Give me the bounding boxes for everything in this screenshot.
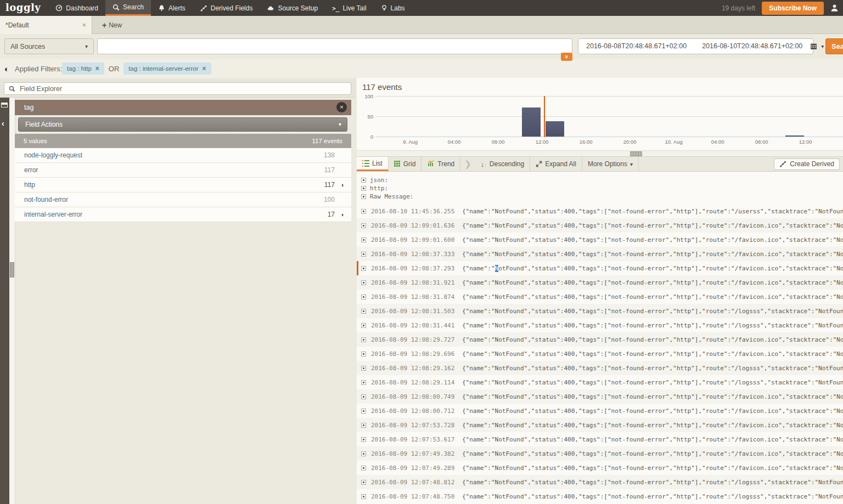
field-value-name[interactable]: internal-server-error	[24, 211, 82, 218]
expand-icon[interactable]	[361, 480, 366, 485]
field-value-name[interactable]: http	[24, 181, 35, 189]
nav-item-derived-fields[interactable]: Derived Fields	[193, 0, 260, 16]
log-event-row[interactable]: 2016-08-09 12:08:00.712{"name":"NotFound…	[357, 404, 843, 418]
expand-icon[interactable]	[361, 394, 366, 399]
expand-icon[interactable]	[361, 309, 366, 314]
expand-icon[interactable]	[361, 178, 366, 183]
sort-order-button[interactable]: ↓↑ Descending	[475, 157, 530, 171]
expand-icon[interactable]	[361, 423, 366, 428]
field-explorer-search[interactable]: Field Explorer	[4, 82, 351, 95]
user-menu[interactable]	[830, 4, 839, 12]
create-derived-button[interactable]: Create Derived	[774, 158, 840, 170]
log-event-row[interactable]: 2016-08-09 12:08:29.696{"name":"NotFound…	[357, 347, 843, 361]
expand-icon[interactable]	[361, 380, 366, 385]
expand-icon[interactable]	[361, 337, 366, 342]
close-icon[interactable]: ×	[203, 65, 206, 72]
log-event-row[interactable]: 2016-08-09 12:08:31.441{"name":"NotFound…	[357, 318, 843, 332]
log-event-row[interactable]: 2016-08-09 12:08:00.749{"name":"NotFound…	[357, 389, 843, 404]
filter-toggle-icon[interactable]: ◐	[4, 64, 9, 73]
date-from-field[interactable]: 2016-08-08T20:48:48.671+02:00	[578, 39, 694, 54]
expand-icon[interactable]	[361, 295, 366, 299]
log-field-header[interactable]: http:	[357, 184, 843, 192]
expand-icon[interactable]	[361, 466, 366, 471]
nav-item-search[interactable]: Search	[105, 0, 151, 16]
tab-default[interactable]: *Default ×	[0, 16, 92, 34]
log-event-row[interactable]: 2016-08-09 12:07:53.728{"name":"NotFound…	[357, 418, 843, 432]
log-event-row[interactable]: 2016-08-09 12:09:01.636{"name":"NotFound…	[357, 218, 843, 233]
log-event-row[interactable]: 2016-08-09 12:09:01.600{"name":"NotFound…	[357, 233, 843, 247]
expand-icon[interactable]	[361, 280, 366, 285]
field-value-name[interactable]: error	[24, 166, 38, 174]
filter-chip[interactable]: tag : internal-server-error ×	[123, 63, 211, 75]
field-value-row[interactable]: internal-server-error17◐	[15, 207, 351, 222]
filter-chip[interactable]: tag : http ×	[62, 63, 104, 75]
log-event-row[interactable]: 2016-08-09 12:08:31.921{"name":"NotFound…	[357, 275, 843, 290]
histogram-bar[interactable]	[522, 107, 541, 137]
field-value-row[interactable]: node-loggly-request138	[15, 148, 351, 163]
log-event-row[interactable]: 2016-08-09 12:08:37.333{"name":"NotFound…	[357, 247, 843, 261]
field-value-name[interactable]: node-loggly-request	[24, 151, 82, 159]
log-event-row[interactable]: 2016-08-09 12:07:48.812{"name":"NotFound…	[357, 475, 843, 489]
expand-icon[interactable]	[361, 194, 366, 199]
log-event-row[interactable]: 2016-08-09 12:07:53.617{"name":"NotFound…	[357, 432, 843, 446]
field-value-name[interactable]: not-found-error	[24, 196, 68, 203]
log-event-row[interactable]: 2016-08-09 12:07:49.382{"name":"NotFound…	[357, 446, 843, 461]
log-field-header[interactable]: json:	[357, 176, 843, 184]
expand-icon[interactable]	[361, 352, 366, 356]
log-event-row[interactable]: 2016-08-09 12:08:29.114{"name":"NotFound…	[357, 375, 843, 389]
source-selector[interactable]: All Sources ▾	[4, 38, 94, 54]
tab-close-icon[interactable]: ×	[82, 21, 86, 29]
expand-icon[interactable]	[361, 366, 366, 371]
log-event-row[interactable]: 2016-08-09 12:08:29.162{"name":"NotFound…	[357, 361, 843, 375]
field-value-row[interactable]: error117	[15, 163, 351, 178]
field-value-row[interactable]: not-found-error100	[15, 192, 351, 207]
expand-icon[interactable]	[361, 451, 366, 456]
close-icon[interactable]: ×	[95, 65, 99, 72]
field-value-row[interactable]: http117◐	[15, 178, 351, 192]
search-button[interactable]: Search	[825, 38, 843, 54]
expand-icon[interactable]	[361, 186, 366, 191]
collapse-panel-icon[interactable]: ‹	[2, 120, 4, 127]
loggly-logo[interactable]: loggly	[0, 0, 48, 16]
nav-item-labs[interactable]: Labs	[374, 0, 412, 16]
timeline-scrubber[interactable]	[357, 150, 843, 157]
log-event-row[interactable]: 2016-08-09 12:08:29.727{"name":"NotFound…	[357, 332, 843, 347]
view-button-grid[interactable]: Grid	[389, 157, 422, 171]
view-button-trend[interactable]: Trend	[422, 157, 460, 171]
close-field-button[interactable]: ×	[336, 102, 347, 112]
nav-item-source-setup[interactable]: Source Setup	[260, 0, 325, 16]
log-event-row[interactable]: 2016-08-10 11:45:36.255{"name":"NotFound…	[357, 204, 843, 218]
expand-icon[interactable]	[361, 409, 366, 414]
scrollbar-thumb[interactable]	[10, 262, 14, 278]
nav-item-live-tail[interactable]: >_Live Tail	[325, 0, 373, 16]
log-event-row[interactable]: 2016-08-09 12:07:48.750{"name":"NotFound…	[357, 489, 843, 503]
search-query-input[interactable]	[97, 38, 572, 54]
more-options-button[interactable]: More Options ▾	[582, 157, 639, 171]
log-event-row[interactable]: 2016-08-09 12:08:31.874{"name":"NotFound…	[357, 290, 843, 304]
scrubber-grip[interactable]	[630, 151, 642, 156]
expand-query-button[interactable]: »	[561, 53, 572, 61]
nav-item-alerts[interactable]: Alerts	[151, 0, 193, 16]
filter-active-icon[interactable]: ◐	[335, 182, 351, 188]
nav-item-dashboard[interactable]: Dashboard	[48, 0, 105, 16]
expand-icon[interactable]	[361, 494, 366, 499]
expand-icon[interactable]	[361, 252, 366, 257]
new-tab-button[interactable]: + New	[102, 16, 122, 34]
expand-icon[interactable]	[361, 323, 366, 328]
expand-icon[interactable]	[361, 209, 366, 214]
expand-icon[interactable]	[361, 223, 366, 228]
log-event-row[interactable]: 2016-08-09 12:07:49.289{"name":"NotFound…	[357, 461, 843, 475]
panel-icon[interactable]	[1, 103, 8, 107]
log-field-header[interactable]: Raw Message:	[357, 192, 843, 201]
log-event-row[interactable]: 2016-08-09 12:08:31.503{"name":"NotFound…	[357, 304, 843, 318]
date-to-field[interactable]: 2016-08-10T20:48:48.671+02:00	[694, 39, 810, 54]
log-event-row[interactable]: 2016-08-09 12:08:37.293{"name":"NotFound…	[357, 261, 843, 275]
view-button-list[interactable]: List	[357, 157, 389, 171]
expand-all-button[interactable]: Expand All	[530, 157, 582, 171]
expand-icon[interactable]	[361, 237, 366, 242]
expand-icon[interactable]	[361, 437, 366, 442]
filter-active-icon[interactable]: ◐	[335, 211, 351, 218]
field-actions-dropdown[interactable]: Field Actions ▾	[18, 117, 347, 132]
expand-icon[interactable]	[361, 266, 366, 271]
subscribe-now-button[interactable]: Subscribe Now	[762, 2, 824, 15]
